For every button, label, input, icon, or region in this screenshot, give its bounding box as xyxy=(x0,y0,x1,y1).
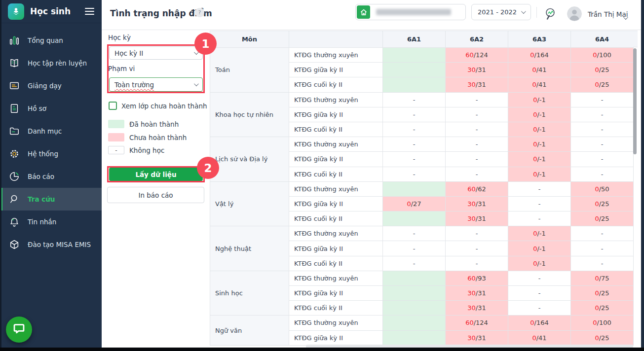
chevron-down-icon xyxy=(521,9,526,14)
status-cell: 0/25 xyxy=(571,330,634,345)
school-year-dropdown[interactable]: 2021 - 2022 xyxy=(471,4,531,20)
search-analytics-icon[interactable] xyxy=(543,6,559,22)
user-chevron-down-icon[interactable] xyxy=(623,12,627,22)
avatar-person-icon[interactable] xyxy=(567,6,582,21)
subject-cell: Sinh học xyxy=(210,271,289,316)
status-cell: 0/164 xyxy=(508,316,571,330)
subject-cell: Vật lý xyxy=(210,181,289,226)
assessment-type-cell: KTĐG giữa kỳ II xyxy=(289,330,383,345)
assessment-type-cell: KTĐG giữa kỳ II xyxy=(289,241,383,256)
sidebar-item-he-thong[interactable]: Hệ thống xyxy=(0,142,102,165)
app-title: Học sinh xyxy=(30,6,71,16)
scope-value: Toàn trường xyxy=(114,81,154,89)
sidebar-item-tong-quan[interactable]: Tổng quan xyxy=(0,29,102,52)
window-edge-bottom xyxy=(0,348,644,351)
status-cell xyxy=(383,330,446,345)
status-cell xyxy=(383,181,446,196)
sidebar-item-danh-muc[interactable]: Danh mục xyxy=(0,120,102,142)
sidebar-item-dao-tao-misa-emis[interactable]: Đào tạo MISA EMIS xyxy=(0,233,102,256)
home-icon[interactable] xyxy=(357,5,370,19)
status-cell: - xyxy=(508,271,571,285)
status-cell: 0/100 xyxy=(571,48,634,63)
status-cell: - xyxy=(446,226,508,241)
legend-swatch-none: - xyxy=(108,146,124,154)
assessment-type-cell: KTĐG giữa kỳ II xyxy=(289,196,383,211)
sidebar-item-bao-cao[interactable]: Báo cáo xyxy=(0,165,102,188)
column-header-type xyxy=(289,31,383,48)
sidebar-item-ho-so[interactable]: Hồ sơ xyxy=(0,97,102,120)
status-cell: - xyxy=(571,256,634,271)
status-cell: - xyxy=(383,241,446,256)
status-cell xyxy=(383,286,446,301)
status-cell xyxy=(383,48,446,63)
status-cell: 0/25 xyxy=(571,301,634,316)
sidebar-item-label: Tổng quan xyxy=(28,36,63,44)
status-cell: - xyxy=(508,181,571,196)
status-cell: 0/25 xyxy=(571,77,634,92)
sidebar: Học sinh Tổng quanHọc tập rèn luyệnGiảng… xyxy=(0,0,102,351)
subject-cell: Nghệ thuật xyxy=(210,226,289,271)
column-header-subject: Môn xyxy=(210,31,289,48)
subject-cell: Ngữ văn xyxy=(210,316,289,345)
legend-swatch-incomplete xyxy=(108,133,124,141)
status-cell: 0/41 xyxy=(508,77,571,92)
status-cell: 30/31 xyxy=(446,77,508,92)
semester-label: Học kỳ xyxy=(108,34,131,41)
cube-icon xyxy=(8,239,20,250)
school-selector[interactable] xyxy=(355,4,466,20)
chat-button[interactable] xyxy=(6,316,32,343)
status-cell xyxy=(383,271,446,285)
status-cell: - xyxy=(571,152,634,167)
school-year-value: 2021 - 2022 xyxy=(478,8,517,16)
assessment-type-cell: KTĐG cuối kỳ II xyxy=(289,167,383,181)
status-cell: 0/25 xyxy=(571,286,634,301)
status-cell: - xyxy=(383,256,446,271)
status-cell: 0/41 xyxy=(508,330,571,345)
sidebar-item-label: Tin nhắn xyxy=(28,218,56,226)
sidebar-item-label: Đào tạo MISA EMIS xyxy=(28,241,91,248)
column-header-6a1: 6A1 xyxy=(383,31,446,48)
status-cell xyxy=(383,211,446,226)
assessment-type-cell: KTĐG giữa kỳ II xyxy=(289,286,383,301)
assessment-type-cell: KTĐG thường xuyên xyxy=(289,48,383,63)
assessment-type-cell: KTĐG cuối kỳ II xyxy=(289,301,383,316)
sidebar-item-tin-nhan[interactable]: Tin nhắn xyxy=(0,211,102,233)
status-cell: 0/41 xyxy=(508,63,571,77)
status-cell: - xyxy=(571,167,634,181)
status-cell: - xyxy=(383,92,446,107)
status-cell: 60/62 xyxy=(446,181,508,196)
sidebar-item-label: Hồ sơ xyxy=(28,105,46,112)
status-cell: - xyxy=(571,226,634,241)
status-cell: 0/-1 xyxy=(508,167,571,181)
sidebar-item-giang-day[interactable]: Giảng dạy xyxy=(0,74,102,97)
top-header: Tình trạng nhập điểm ? 2021 - 2022 Trần … xyxy=(102,0,641,30)
student-logo-icon[interactable] xyxy=(8,3,24,20)
status-cell: - xyxy=(508,301,571,316)
print-report-button[interactable]: In báo cáo xyxy=(107,187,204,203)
status-cell xyxy=(383,63,446,77)
legend-label-incomplete: Chưa hoàn thành xyxy=(129,134,187,141)
show-incomplete-checkbox[interactable] xyxy=(109,102,117,110)
status-cell: 0/-1 xyxy=(508,122,571,137)
status-cell: - xyxy=(383,122,446,137)
help-icon[interactable]: ? xyxy=(195,8,204,17)
vertical-scrollbar[interactable] xyxy=(633,48,637,154)
status-cell: 30/31 xyxy=(446,196,508,211)
sidebar-item-tra-cuu[interactable]: Tra cứu xyxy=(0,188,102,211)
semester-dropdown[interactable]: Học kỳ II xyxy=(109,46,203,60)
assessment-type-cell: KTĐG thường xuyên xyxy=(289,316,383,330)
sidebar-item-label: Danh mục xyxy=(28,127,62,135)
status-cell xyxy=(383,77,446,92)
scope-dropdown[interactable]: Toàn trường xyxy=(109,77,203,92)
pie-chart-icon xyxy=(8,171,20,182)
status-cell: - xyxy=(571,92,634,107)
status-cell: 0/75 xyxy=(571,271,634,285)
assessment-type-cell: KTĐG cuối kỳ II xyxy=(289,77,383,92)
hamburger-icon[interactable] xyxy=(85,6,94,16)
get-data-button[interactable]: Lấy dữ liệu xyxy=(109,168,203,181)
user-name[interactable]: Trần Thị Mai xyxy=(588,10,628,18)
status-cell: 30/31 xyxy=(446,301,508,316)
sidebar-item-hoc-tap-ren-luyen[interactable]: Học tập rèn luyện xyxy=(0,52,102,74)
table-row: Nghệ thuậtKTĐG thường xuyên--0/-1- xyxy=(210,226,634,241)
assessment-type-cell: KTĐG thường xuyên xyxy=(289,137,383,152)
